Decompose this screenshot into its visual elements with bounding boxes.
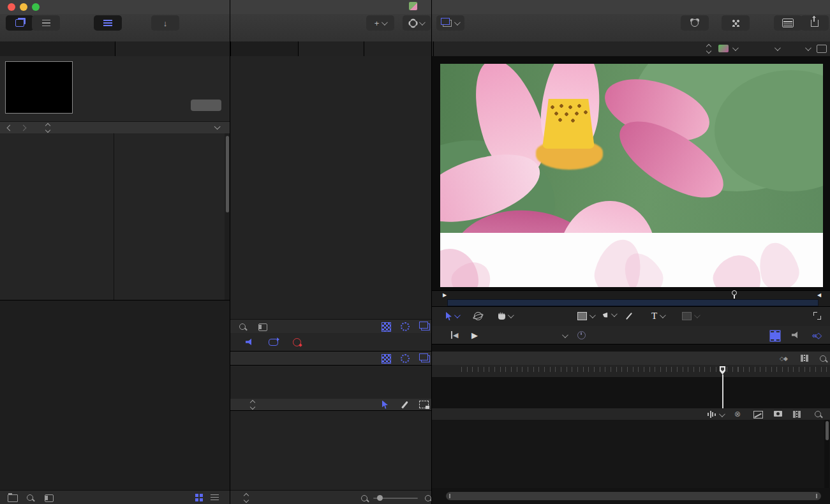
- timeline-horizontal-scrollbar[interactable]: [446, 492, 821, 500]
- fullscreen-toggle[interactable]: [813, 312, 821, 320]
- layout-icon[interactable]: [817, 45, 827, 53]
- panel-divider[interactable]: [230, 0, 230, 504]
- search-icon[interactable]: [239, 323, 246, 330]
- clear-curve-icon[interactable]: ⊗: [734, 410, 741, 419]
- replicate-button[interactable]: [722, 15, 750, 33]
- mini-timeline[interactable]: ▶ ◀: [432, 290, 830, 307]
- show-keyframes-icon[interactable]: «◇: [812, 330, 820, 340]
- update-motion-icon[interactable]: [577, 331, 586, 339]
- audio-mute-icon[interactable]: [246, 339, 253, 345]
- play-range-in-marker[interactable]: ▶: [443, 292, 447, 298]
- snap-icon[interactable]: [793, 411, 801, 418]
- edit-cursor-icon[interactable]: [382, 401, 388, 409]
- pen-tool-icon[interactable]: [401, 401, 408, 408]
- hud-button[interactable]: [774, 15, 802, 33]
- zoom-window-button[interactable]: [32, 3, 40, 11]
- curve-vertical-scrollbar[interactable]: [824, 420, 829, 488]
- grid-view-icon[interactable]: [195, 494, 203, 501]
- theme-menu[interactable]: [214, 124, 218, 131]
- snapshot-icon[interactable]: [774, 411, 782, 417]
- masks-filter-icon[interactable]: [382, 322, 391, 332]
- new-folder-icon[interactable]: [8, 494, 18, 502]
- back-icon[interactable]: [7, 124, 13, 131]
- minimize-window-button[interactable]: [20, 3, 27, 11]
- text-tool[interactable]: T: [651, 312, 664, 320]
- zoom-slider[interactable]: [373, 498, 418, 499]
- zoom-in-icon[interactable]: [425, 495, 431, 501]
- forward-icon[interactable]: [20, 124, 27, 131]
- share-icon: [811, 20, 819, 27]
- tab-layers[interactable]: [231, 41, 299, 56]
- inspector-icon: [42, 20, 50, 26]
- filters-filter-icon[interactable]: [421, 355, 430, 362]
- close-window-button[interactable]: [8, 3, 15, 11]
- keyframe-display-icon[interactable]: ◇◆: [780, 355, 787, 362]
- tab-inspector[interactable]: [115, 41, 231, 56]
- fit-curves-icon[interactable]: [753, 411, 763, 419]
- 3d-transform-tool[interactable]: [474, 312, 482, 320]
- behaviors-button[interactable]: [403, 15, 431, 33]
- canvas-title-band: [440, 233, 823, 287]
- filters-button[interactable]: [436, 15, 464, 33]
- chevron-down-icon: [732, 45, 739, 51]
- behaviors-filter-icon[interactable]: [401, 354, 410, 363]
- chevron-down-icon[interactable]: [719, 411, 725, 417]
- pan-tool[interactable]: [498, 312, 512, 320]
- audio-waveform-icon[interactable]: [708, 411, 716, 418]
- search-icon[interactable]: [27, 494, 33, 501]
- mini-playhead[interactable]: [734, 292, 735, 299]
- mask-tool[interactable]: [682, 312, 699, 320]
- share-button[interactable]: [801, 15, 829, 33]
- timecode-menu-chevron[interactable]: [562, 332, 568, 338]
- filters-filter-icon[interactable]: [421, 323, 430, 330]
- tab-audio[interactable]: [364, 41, 434, 56]
- snap-icon[interactable]: [801, 355, 808, 362]
- curve-zoom-icon[interactable]: [815, 411, 821, 417]
- loop-playback-icon[interactable]: [269, 339, 278, 346]
- apply-button[interactable]: [191, 100, 221, 111]
- select-transform-tool[interactable]: [446, 312, 459, 320]
- channel-swatch[interactable]: [718, 45, 729, 52]
- rectangle-tool[interactable]: [577, 312, 594, 320]
- preview-thumbnail: [5, 61, 73, 114]
- add-object-button[interactable]: +: [366, 15, 394, 33]
- bezier-tool[interactable]: [603, 312, 616, 318]
- keyframe-curve-editor[interactable]: [432, 420, 830, 488]
- project-pane-button[interactable]: [94, 15, 122, 33]
- chevron-down-icon: [694, 312, 700, 318]
- make-particles-icon: [691, 19, 699, 27]
- show-audio-track-icon[interactable]: [792, 332, 799, 338]
- canvas-and-timing-panel: ▶ ◀ T ◀ ▶ «◇ ◇◆ ⊗: [432, 56, 830, 504]
- preview-toggle-icon[interactable]: [258, 323, 267, 331]
- preview-toggle-icon[interactable]: [45, 494, 54, 502]
- tab-media[interactable]: [299, 41, 364, 56]
- canvas-video-frame: [440, 64, 823, 287]
- tab-library[interactable]: [0, 41, 115, 56]
- import-button[interactable]: ↓: [151, 15, 179, 33]
- canvas[interactable]: [432, 56, 830, 290]
- paint-stroke-tool[interactable]: [628, 312, 630, 320]
- box-select-icon[interactable]: [419, 401, 429, 408]
- mini-timeline-bar[interactable]: [447, 299, 819, 306]
- go-to-start-button[interactable]: ◀: [451, 331, 458, 339]
- chevron-down-icon: [508, 312, 514, 318]
- list-view-icon[interactable]: [211, 494, 219, 501]
- behaviors-filter-icon[interactable]: [401, 322, 410, 331]
- inspector-button[interactable]: [32, 15, 60, 33]
- record-icon[interactable]: [293, 338, 301, 346]
- chevron-down-icon: [419, 19, 426, 26]
- size-stepper[interactable]: [244, 494, 248, 502]
- timeline-zoom-icon[interactable]: [820, 355, 826, 362]
- masks-filter-icon[interactable]: [382, 354, 391, 364]
- library-button[interactable]: [6, 15, 34, 33]
- fit-stepper[interactable]: [707, 45, 711, 53]
- zoom-out-icon[interactable]: [361, 495, 367, 501]
- play-button[interactable]: ▶: [471, 330, 478, 340]
- timeline-ruler[interactable]: [432, 365, 830, 378]
- play-range-out-marker[interactable]: ◀: [817, 292, 821, 298]
- show-video-track-icon[interactable]: [771, 331, 780, 341]
- path-stepper[interactable]: [46, 124, 50, 132]
- mode-stepper[interactable]: [251, 401, 255, 409]
- panel-divider[interactable]: [431, 0, 432, 504]
- make-particles-button[interactable]: [681, 15, 709, 33]
